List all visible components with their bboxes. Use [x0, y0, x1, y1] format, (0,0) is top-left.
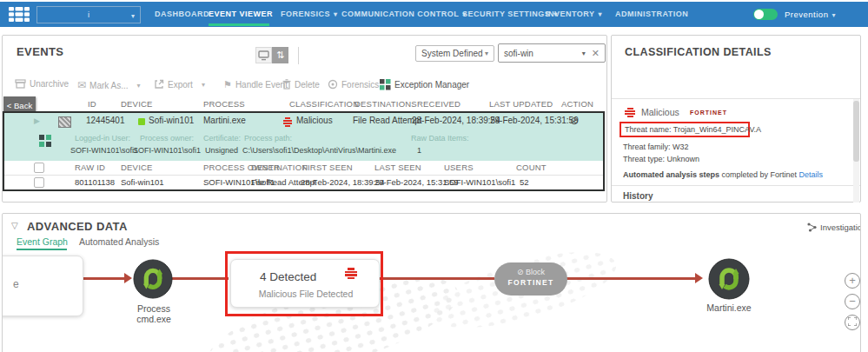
exception-manager-button[interactable]: Exception Manager	[380, 79, 469, 90]
block-action-node[interactable]: ⊘ Block FORTINET	[494, 262, 567, 296]
event-classification: Malicious	[296, 116, 333, 125]
col-users[interactable]: USERS	[444, 163, 474, 172]
chevron-down-icon: ▾	[485, 50, 488, 57]
raw-first-seen: 28-Feb-2024, 18:39:54	[301, 177, 385, 187]
graph-edge	[171, 277, 229, 280]
fortinet-logo-icon	[9, 7, 30, 22]
raw-users: SOFI-WIN101\sofi1	[444, 177, 515, 187]
investigation-view-button[interactable]: Investigation View	[807, 222, 861, 232]
col-count[interactable]: COUNT	[516, 163, 547, 172]
col-device[interactable]: DEVICE	[121, 99, 153, 109]
back-button[interactable]: < Back	[3, 96, 36, 115]
graph-edge	[566, 277, 698, 280]
graph-edge	[380, 277, 494, 280]
automated-analysis-line: Automated analysis steps completed by Fo…	[623, 170, 823, 179]
block-action-icon: ⊘	[570, 115, 579, 127]
row-checkbox[interactable]	[34, 177, 44, 188]
handle-event-button[interactable]: ⚑ Handle Event	[223, 79, 288, 90]
col-first-seen[interactable]: FIRST SEEN	[302, 163, 353, 172]
tab-automated-analysis[interactable]: Automated Analysis	[79, 236, 159, 247]
fortiedr-process-icon	[708, 258, 750, 300]
col-last-updated[interactable]: LAST UPDATED	[489, 99, 553, 109]
arrowhead-icon	[124, 273, 132, 283]
fit-to-screen-icon	[848, 317, 857, 326]
active-tab-underline	[209, 23, 269, 26]
event-row[interactable]: ▶ 12445401 Sofi-win101 Martini.exe Malic…	[3, 113, 605, 130]
event-received: 28-Feb-2024, 18:39:54	[412, 116, 500, 125]
scrollbar-track[interactable]	[853, 99, 859, 203]
threat-type: Threat type: Unknown	[623, 155, 699, 163]
monitor-icon	[258, 50, 269, 61]
top-navigation-bar: i ▾ DASHBOARD EVENT VIEWER FORENSICS▾ CO…	[0, 2, 868, 27]
parent-process-card[interactable]: e	[2, 256, 83, 316]
expand-arrow-icon[interactable]: ▶	[34, 116, 40, 125]
event-last-updated: 29-Feb-2024, 15:31:59	[490, 116, 579, 125]
forensics-button[interactable]: Forensics	[328, 79, 379, 90]
chevron-down-icon: ▾	[334, 10, 338, 18]
event-detail-row: Logged-in User: SOFI-WIN101\sofi1 Proces…	[3, 130, 605, 161]
mark-as-button[interactable]: ✉ Mark As... ▾	[77, 79, 141, 91]
select-all-checkbox[interactable]	[34, 163, 44, 173]
col-id[interactable]: ID	[88, 99, 96, 109]
certificate-value: Unsigned	[205, 146, 238, 155]
saved-filter-select[interactable]: System Defined ▾	[415, 45, 494, 62]
organization-value: i	[88, 10, 89, 19]
investigation-view-icon	[807, 222, 817, 232]
events-title: EVENTS	[17, 45, 63, 58]
tab-event-graph[interactable]: Event Graph	[17, 236, 68, 247]
search-input[interactable]: sofi-win ▾ ✕	[498, 43, 606, 63]
nav-inventory[interactable]: INVENTORY▾	[546, 2, 602, 27]
detected-event-card[interactable]: 4 Detected Malicious File Detected	[230, 259, 380, 308]
organization-selector[interactable]: i ▾	[36, 6, 141, 23]
process-owner-label: Process owner:	[140, 134, 194, 143]
process-node-martini[interactable]	[708, 258, 750, 300]
search-value: sofi-win	[504, 49, 533, 58]
divider	[612, 98, 860, 99]
details-link[interactable]: Details	[799, 170, 824, 179]
process-owner-value: SOFI-WIN101\sofi1	[133, 146, 201, 155]
chevron-down-icon: ▾	[832, 11, 836, 19]
export-button[interactable]: Export ▾	[154, 79, 205, 90]
col-action[interactable]: ACTION	[561, 99, 593, 109]
device-view-button[interactable]	[255, 47, 272, 63]
nav-dashboard[interactable]: DASHBOARD	[155, 2, 209, 27]
col-process[interactable]: PROCESS	[203, 99, 245, 109]
unarchive-button[interactable]: Unarchive	[15, 79, 69, 89]
process-node-cmd[interactable]	[133, 259, 173, 299]
zoom-in-button[interactable]: +	[845, 273, 860, 289]
toolbar-separator	[298, 47, 299, 64]
malicious-icon	[282, 116, 293, 127]
nav-communication-control[interactable]: COMMUNICATION CONTROL▾	[341, 2, 467, 27]
fit-to-screen-button[interactable]	[845, 315, 860, 330]
raw-data-row[interactable]: 801101138 Sofi-win101 SOFI-WIN101\sofi1 …	[3, 176, 605, 189]
zoom-out-button[interactable]: −	[845, 294, 860, 309]
mode-menu[interactable]: Prevention▾	[785, 2, 836, 27]
col-destination[interactable]: DESTINATION	[251, 163, 308, 172]
classification-details-panel: CLASSIFICATION DETAILS Malicious FORTINE…	[611, 35, 861, 203]
delete-button[interactable]: Delete	[282, 79, 320, 90]
threat-family: Threat family: W32	[623, 143, 689, 151]
envelope-icon: ✉	[77, 79, 86, 91]
clear-search-icon[interactable]: ✕	[592, 48, 600, 59]
device-online-status-icon	[138, 118, 145, 125]
trash-icon	[282, 79, 291, 90]
col-destinations[interactable]: DESTINATIONS	[354, 99, 417, 109]
raw-data-items-label: Raw Data Items:	[411, 134, 469, 143]
advanced-data-panel: ▽ ADVANCED DATA Event Graph Automated An…	[2, 213, 861, 352]
scrollbar-thumb[interactable]	[853, 101, 859, 162]
nav-security-settings[interactable]: SECURITY SETTINGS▾	[462, 2, 558, 27]
nav-forensics[interactable]: FORENSICS▾	[281, 2, 338, 27]
col-sub-device[interactable]: DEVICE	[121, 163, 153, 172]
process-view-button[interactable]: ⇅	[272, 47, 288, 63]
col-raw-id[interactable]: RAW ID	[75, 163, 105, 172]
col-last-seen[interactable]: LAST SEEN	[374, 163, 421, 172]
col-classification[interactable]: CLASSIFICATION	[289, 99, 359, 109]
raw-device: Sofi-win101	[121, 177, 164, 187]
graph-edge	[79, 277, 127, 280]
nav-administration[interactable]: ADMINISTRATION	[615, 2, 688, 27]
toggle-knob	[754, 10, 764, 19]
block-icon: ⊘	[517, 268, 524, 276]
prevention-mode-toggle[interactable]	[753, 9, 778, 20]
col-received[interactable]: RECEIVED	[417, 99, 461, 109]
collapse-icon[interactable]: ▽	[11, 221, 18, 230]
